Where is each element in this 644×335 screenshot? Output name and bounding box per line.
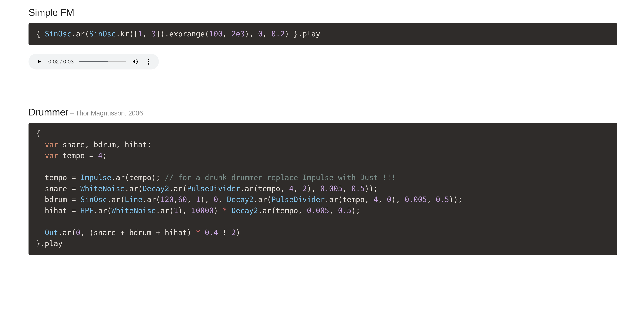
section-title-drummer: Drummer – Thor Magnusson, 2006 (28, 106, 617, 118)
audio-player: 0:02 / 0:03 (28, 54, 159, 70)
section-title-simple-fm: Simple FM (28, 7, 617, 18)
code-block-simple-fm: { SinOsc.ar(SinOsc.kr([1, 3]).exprange(1… (28, 23, 617, 45)
audio-time-sep: / (59, 59, 63, 65)
audio-current-time: 0:02 (48, 59, 59, 65)
audio-time: 0:02 / 0:03 (48, 59, 74, 65)
section2-subtitle: – Thor Magnusson, 2006 (68, 109, 143, 117)
kebab-icon (146, 59, 150, 65)
volume-button[interactable] (131, 58, 139, 66)
code-block-drummer: { var snare, bdrum, hihat; var tempo = 4… (28, 123, 617, 255)
audio-menu-button[interactable] (144, 58, 152, 66)
section1-title-text: Simple FM (28, 7, 74, 18)
play-button[interactable] (35, 58, 43, 66)
audio-progress-fill (79, 61, 108, 62)
code-content-1: { SinOsc.ar(SinOsc.kr([1, 3]).exprange(1… (36, 30, 320, 38)
code-content-2: { var snare, bdrum, hihat; var tempo = 4… (36, 129, 462, 248)
section2-title-text: Drummer (28, 107, 68, 118)
audio-total-time: 0:03 (63, 59, 74, 65)
audio-seek-track[interactable] (79, 61, 126, 62)
